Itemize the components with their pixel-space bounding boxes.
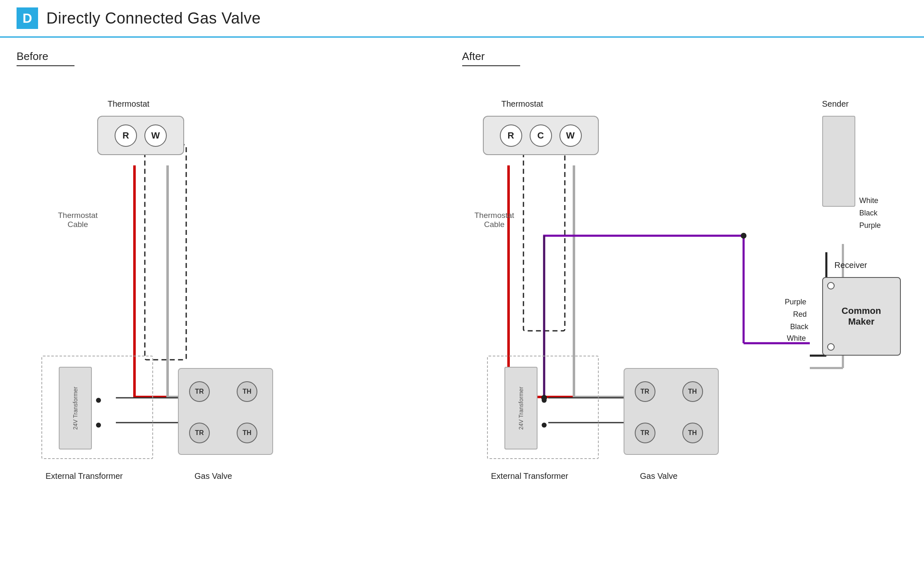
- after-TR-top: TR: [635, 381, 655, 402]
- after-receiver-text: CommonMaker: [842, 306, 881, 327]
- svg-point-8: [741, 233, 746, 239]
- after-receiver-label-top: Receiver: [835, 261, 867, 270]
- before-underline: [17, 65, 74, 66]
- terminal-R-before: R: [115, 124, 137, 147]
- before-ext-transformer-label: External Transformer: [46, 471, 123, 481]
- after-diagram: Thermostat R C W Sender White Black Purp…: [462, 74, 908, 569]
- terminal-C-after: C: [530, 124, 552, 147]
- before-ext-transformer-box: 24V Transformer: [41, 356, 153, 459]
- after-ext-transformer-label: External Transformer: [491, 471, 569, 481]
- after-TH-top: TH: [682, 381, 703, 402]
- before-cable-label: ThermostatCable: [58, 211, 98, 229]
- before-gas-valve-label: Gas Valve: [194, 471, 232, 481]
- before-wires-svg: [17, 74, 462, 569]
- before-transformer-inner: 24V Transformer: [59, 367, 92, 449]
- wire-label-black-receiver: Black: [790, 323, 809, 331]
- after-thermostat-box: R C W: [483, 116, 599, 155]
- after-transformer-inner: 24V Transformer: [504, 367, 538, 449]
- wire-label-purple-sender: Purple: [859, 221, 881, 230]
- after-dot-2: [542, 423, 547, 428]
- after-thermostat-label: Thermostat: [502, 99, 543, 109]
- after-transformer-text: 24V Transformer: [518, 387, 524, 430]
- page-header: D Directly Connected Gas Valve: [0, 0, 924, 38]
- after-title: After: [462, 50, 908, 63]
- after-panel: After: [462, 50, 908, 569]
- before-TR-bottom: TR: [189, 423, 210, 443]
- after-TR-bottom: TR: [635, 423, 655, 443]
- before-TR-top: TR: [189, 381, 210, 402]
- after-underline: [462, 65, 520, 66]
- before-thermostat-label: Thermostat: [108, 99, 149, 109]
- wire-label-purple-receiver: Purple: [785, 298, 806, 306]
- terminal-W-after: W: [559, 124, 582, 147]
- before-diagram: Thermostat R W ThermostatCable 24V Trans…: [17, 74, 462, 569]
- main-content: Before: [0, 38, 924, 569]
- after-receiver-box: CommonMaker: [822, 277, 901, 356]
- before-title: Before: [17, 50, 462, 63]
- after-dot-1: [542, 398, 547, 403]
- before-dot-2: [96, 423, 101, 428]
- wire-label-white: White: [859, 196, 878, 205]
- before-TH-top: TH: [237, 381, 257, 402]
- after-cable-label: ThermostatCable: [475, 211, 514, 229]
- before-thermostat-box: R W: [97, 116, 184, 155]
- svg-rect-0: [145, 145, 186, 360]
- wire-label-red-receiver: Red: [793, 310, 807, 319]
- terminal-R-after: R: [500, 124, 522, 147]
- page-title: Directly Connected Gas Valve: [46, 10, 261, 27]
- before-TH-bottom: TH: [237, 423, 257, 443]
- after-gas-valve-label: Gas Valve: [640, 471, 678, 481]
- before-gas-valve-box: TR TH TR TH: [178, 368, 273, 455]
- before-dot-1: [96, 398, 101, 403]
- after-sender-box: [822, 116, 855, 207]
- section-badge: D: [17, 7, 38, 29]
- before-panel: Before: [17, 50, 462, 569]
- after-gas-valve-box: TR TH TR TH: [624, 368, 719, 455]
- wire-label-white-receiver: White: [787, 334, 806, 343]
- receiver-mount-bl: [827, 343, 835, 351]
- after-TH-bottom: TH: [682, 423, 703, 443]
- wire-label-black: Black: [859, 209, 878, 218]
- after-ext-transformer-box: 24V Transformer: [487, 356, 599, 459]
- terminal-W-before: W: [144, 124, 167, 147]
- after-sender-label: Sender: [822, 99, 849, 109]
- receiver-mount-tl: [827, 282, 835, 289]
- before-transformer-text: 24V Transformer: [72, 387, 79, 430]
